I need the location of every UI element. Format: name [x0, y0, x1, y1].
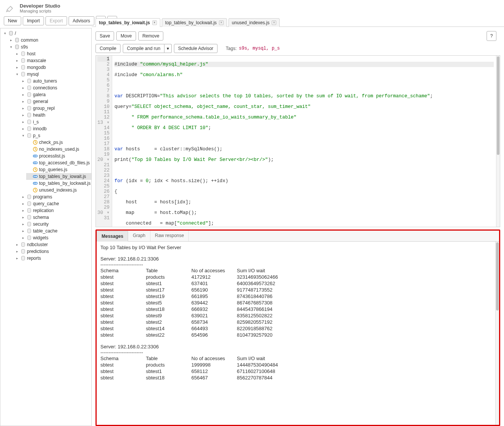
advisors-button[interactable]: Advisors [69, 16, 94, 25]
database-icon [27, 85, 32, 91]
output-tab-messages[interactable]: Messages [97, 231, 128, 242]
expand-icon[interactable]: ▸ [9, 38, 13, 42]
expand-icon[interactable]: ▸ [21, 126, 25, 131]
close-icon[interactable]: × [219, 20, 224, 25]
table-row: sbtestproducts1999998144487530490484 [100, 362, 287, 368]
output-tab-raw[interactable]: Raw response [150, 231, 189, 241]
compile-button[interactable]: Compile [95, 44, 121, 53]
tree-file-processlist[interactable]: processlist.js [26, 153, 91, 159]
remove-button[interactable]: Remove [138, 31, 164, 41]
script-tree[interactable]: ▾ / ▸common ▾s9s ▸host ▸maxscale ▸mongod… [0, 28, 92, 426]
export-button[interactable]: Export [45, 16, 67, 25]
editor-tab-unused[interactable]: unused_indexes.js × [229, 18, 280, 27]
database-icon [27, 119, 32, 125]
tree-folder-galera[interactable]: ▸galera [20, 91, 91, 98]
expand-icon[interactable]: ▸ [21, 120, 25, 124]
output-body[interactable]: Top 10 Tables by I/O Wait Per Server Ser… [97, 242, 495, 425]
expand-icon[interactable]: ▸ [21, 113, 25, 117]
tree-file-unused-indexes[interactable]: unused_indexes.js [26, 187, 91, 193]
tree-folder-s9s[interactable]: ▾s9s [8, 44, 91, 50]
tree-file-check-ps[interactable]: check_ps.js [26, 139, 91, 146]
expand-icon[interactable]: ▸ [21, 236, 25, 240]
output-title: Top 10 Tables by I/O Wait Per Server [100, 245, 491, 250]
collapse-icon[interactable]: ▾ [9, 45, 13, 49]
expand-icon[interactable]: ▸ [15, 51, 19, 56]
expand-icon[interactable]: ▸ [21, 229, 25, 233]
expand-icon[interactable]: ▸ [21, 86, 25, 90]
tree-folder-schema[interactable]: ▸schema [20, 214, 91, 221]
tree-folder-maxscale[interactable]: ▸maxscale [14, 57, 91, 64]
tree-folder-general[interactable]: ▸general [20, 98, 91, 105]
expand-icon[interactable]: ▸ [21, 92, 25, 97]
tree-folder-connections[interactable]: ▸connections [20, 84, 91, 91]
tree-folder-table-cache[interactable]: ▸table_cache [20, 228, 91, 234]
expand-icon[interactable]: ▸ [15, 256, 19, 261]
editor-tab-lockwait[interactable]: top_tables_by_lockwait.js × [162, 18, 227, 27]
save-button[interactable]: Save [95, 31, 114, 41]
close-icon[interactable]: × [272, 20, 276, 25]
tree-file-top-queries[interactable]: top_queries.js [26, 166, 91, 173]
expand-icon[interactable]: ▸ [21, 79, 25, 83]
expand-icon[interactable]: ▸ [21, 208, 25, 213]
table-row: sbtestsbtest196618958743618440786 [100, 293, 287, 300]
table-row: sbtestsbtest186669328445437866194 [100, 306, 287, 312]
collapse-icon[interactable]: ▾ [15, 72, 19, 76]
compile-run-dropdown[interactable]: ▾ [164, 44, 172, 53]
tree-folder-innodb[interactable]: ▸innodb [20, 125, 91, 132]
expand-icon[interactable]: ▸ [21, 99, 25, 104]
collapse-icon[interactable]: ▾ [21, 133, 25, 138]
tree-folder-security[interactable]: ▸security [20, 221, 91, 228]
expand-icon[interactable]: ▸ [15, 65, 19, 70]
compile-run-button[interactable]: Compile and run [123, 44, 164, 53]
tree-folder-common[interactable]: ▸common [8, 37, 91, 44]
editor-tab-iowait[interactable]: top_tables_by_iowait.js × [95, 18, 160, 27]
database-icon [27, 208, 32, 213]
tree-folder-predictions[interactable]: ▸predictions [14, 248, 91, 255]
tree-folder-group-repl[interactable]: ▸group_repl [20, 105, 91, 112]
tree-folder-auto-tuners[interactable]: ▸auto_tuners [20, 78, 91, 84]
expand-icon[interactable]: ▸ [15, 242, 19, 247]
svg-rect-26 [35, 182, 37, 184]
move-button[interactable]: Move [116, 31, 136, 41]
expand-icon[interactable]: ▸ [15, 58, 19, 63]
editor-help-button[interactable]: ? [487, 31, 496, 41]
expand-icon[interactable]: ▸ [21, 106, 25, 111]
tree-folder-replication[interactable]: ▸replication [20, 207, 91, 214]
tree-folder-programs[interactable]: ▸programs [20, 193, 91, 200]
close-icon[interactable]: × [152, 20, 157, 25]
tree-folder-mysql[interactable]: ▾mysql [14, 71, 91, 78]
tree-folder-health[interactable]: ▸health [20, 112, 91, 119]
tree-folder-host[interactable]: ▸host [14, 50, 91, 57]
output-scrollbar[interactable] [495, 242, 499, 425]
schedule-advisor-button[interactable]: Schedule Advisor [174, 44, 218, 53]
tree-file-top-tables-iowait[interactable]: top_tables_by_iowait.js [26, 173, 91, 180]
tree-folder-p-s[interactable]: ▾p_s [20, 132, 91, 139]
database-icon [20, 249, 26, 254]
tree-folder-ndbcluster[interactable]: ▸ndbcluster [14, 241, 91, 248]
tree-folder-widgets[interactable]: ▸widgets [20, 234, 91, 241]
tree-folder-i-s[interactable]: ▸i_s [20, 119, 91, 125]
tree-file-no-indexes-used[interactable]: no_indexes_used.js [26, 146, 91, 153]
table-row: sbtestsbtest226545968104739257920 [100, 332, 287, 338]
tree-folder-mongodb[interactable]: ▸mongodb [14, 64, 91, 71]
database-icon [27, 201, 32, 206]
tree-folder-reports[interactable]: ▸reports [14, 255, 91, 262]
import-button[interactable]: Import [23, 16, 44, 25]
tree-folder-query-cache[interactable]: ▸query_cache [20, 200, 91, 207]
expand-icon[interactable]: ▸ [21, 222, 25, 226]
expand-icon[interactable]: ▸ [21, 201, 25, 206]
output-tab-graph[interactable]: Graph [128, 231, 150, 241]
new-button[interactable]: New [4, 16, 21, 25]
tree-root[interactable]: ▾ / [2, 30, 91, 37]
result-table-1: Schema Table No of accesses Sum I/O wait… [100, 267, 287, 338]
collapse-icon[interactable]: ▾ [3, 31, 7, 36]
database-icon [27, 112, 32, 118]
tree-file-top-tables-lockwait[interactable]: top_tables_by_lockwait.js [26, 180, 91, 187]
expand-icon[interactable]: ▸ [21, 195, 25, 199]
editor-scrollbar[interactable] [496, 56, 500, 227]
tree-file-top-accessed[interactable]: top_accessed_db_files.js [26, 159, 91, 166]
expand-icon[interactable]: ▸ [15, 249, 19, 254]
database-icon [27, 92, 32, 97]
code-editor[interactable]: 12345678910111213 ▾14151617181920 ▾21222… [95, 55, 500, 227]
expand-icon[interactable]: ▸ [21, 215, 25, 220]
